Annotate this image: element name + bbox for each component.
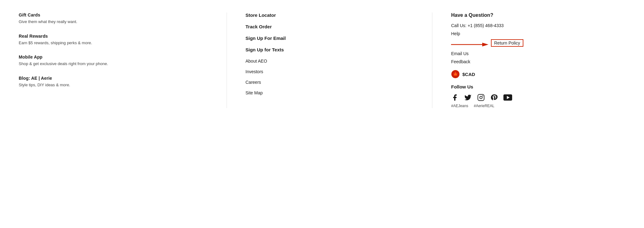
instagram-icon[interactable] [477,94,485,101]
investors-link[interactable]: Investors [246,69,414,74]
email-us-link[interactable]: Email Us [451,51,619,56]
about-aeo-link[interactable]: About AEO [246,59,414,64]
blog-desc: Style tips, DIY ideas & more. [19,82,220,88]
blog-section: Blog: AE | Aerie Style tips, DIY ideas &… [19,76,220,88]
real-rewards-desc: Earn $5 rewards, shipping perks & more. [19,40,220,46]
blog-title: Blog: AE | Aerie [19,76,220,81]
currency-selector[interactable]: 🍁 $CAD [451,70,619,78]
careers-link[interactable]: Careers [246,80,414,85]
feedback-link[interactable]: Feedback [451,59,619,64]
sign-up-texts-link[interactable]: Sign Up for Texts [246,47,414,52]
youtube-icon[interactable] [503,94,512,101]
hashtag-aeriereal: #AerieREAL [474,104,494,108]
call-us-link[interactable]: Call Us: +1 (855) 468-4333 [451,23,619,28]
svg-rect-4 [478,94,484,101]
gift-cards-title: Gift Cards [19,12,220,17]
svg-text:🍁: 🍁 [452,71,459,77]
gift-cards-section: Gift Cards Give them what they really wa… [19,12,220,25]
svg-point-5 [480,96,482,99]
follow-us-heading: Follow Us [451,84,619,89]
mobile-app-desc: Shop & get exclusive deals right from yo… [19,61,220,67]
right-column: Have a Question? Call Us: +1 (855) 468-4… [432,12,625,108]
twitter-icon[interactable] [464,94,472,101]
facebook-icon[interactable] [451,94,459,101]
currency-label: $CAD [462,72,475,77]
svg-marker-1 [482,43,488,46]
real-rewards-title: Real Rewards [19,34,220,39]
arrow-icon [451,41,488,48]
mobile-app-title: Mobile App [19,55,220,59]
middle-column: Store Locator Track Order Sign Up For Em… [227,12,433,108]
return-policy-container: Return Policy [451,39,619,50]
social-icons-row [451,94,619,101]
store-locator-link[interactable]: Store Locator [246,12,414,18]
have-question-heading: Have a Question? [451,12,619,18]
footer: Gift Cards Give them what they really wa… [0,0,644,121]
return-policy-link[interactable]: Return Policy [491,39,523,47]
pinterest-icon[interactable] [490,94,498,101]
site-map-link[interactable]: Site Map [246,90,414,95]
maple-leaf-icon: 🍁 [451,70,460,78]
help-link[interactable]: Help [451,31,619,36]
real-rewards-section: Real Rewards Earn $5 rewards, shipping p… [19,34,220,46]
hashtag-aejeans: #AEJeans [451,104,468,108]
mobile-app-section: Mobile App Shop & get exclusive deals ri… [19,55,220,67]
svg-point-6 [482,95,483,96]
sign-up-email-link[interactable]: Sign Up For Email [246,36,414,41]
track-order-link[interactable]: Track Order [246,24,414,29]
gift-cards-desc: Give them what they really want. [19,19,220,25]
left-column: Gift Cards Give them what they really wa… [19,12,227,108]
social-hashtags: #AEJeans #AerieREAL [451,104,619,108]
